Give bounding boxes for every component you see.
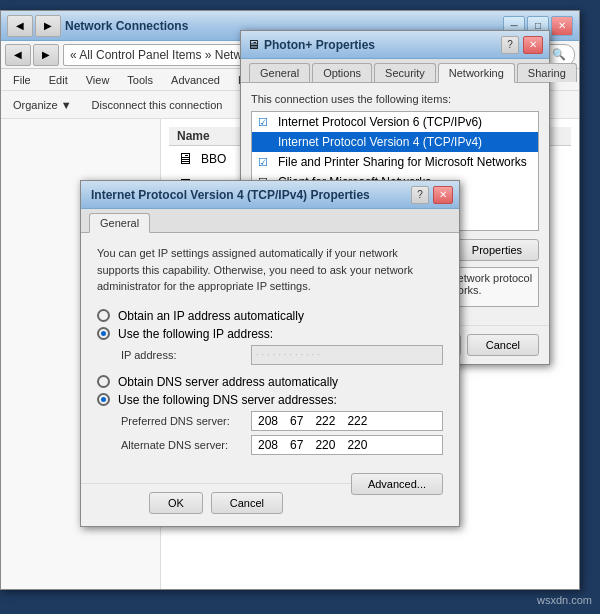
- dns-section: Obtain DNS server address automatically …: [97, 375, 443, 455]
- ipv4-ok-button[interactable]: OK: [149, 492, 203, 514]
- menu-edit[interactable]: Edit: [41, 72, 76, 88]
- preferred-dns-row: Preferred DNS server: 208 67 222 222: [121, 411, 443, 431]
- net-icon: 🖥: [177, 150, 193, 168]
- alternate-dns-2: 220: [315, 438, 335, 452]
- photon-cancel-button[interactable]: Cancel: [467, 334, 539, 356]
- ipv4-tab-bar: General: [81, 209, 459, 233]
- photon-close-button[interactable]: ✕: [523, 36, 543, 54]
- alternate-dns-input[interactable]: 208 67 220 220: [251, 435, 443, 455]
- alternate-dns-3: 220: [347, 438, 367, 452]
- menu-advanced[interactable]: Advanced: [163, 72, 228, 88]
- nav-back-button[interactable]: ◀: [5, 44, 31, 66]
- menu-view[interactable]: View: [78, 72, 118, 88]
- dns-auto-radio[interactable]: [97, 375, 110, 388]
- ipv4-close-button[interactable]: ✕: [433, 186, 453, 204]
- photon-props-icon: 🖥: [247, 37, 260, 52]
- ip-manual-row: Use the following IP address:: [97, 327, 443, 341]
- ipv4-title-bar: Internet Protocol Version 4 (TCP/IPv4) P…: [81, 181, 459, 209]
- checkbox-icon: ☑: [258, 156, 272, 169]
- close-button[interactable]: ✕: [551, 16, 573, 36]
- ipv4-help-button[interactable]: ?: [411, 186, 429, 204]
- ipv4-props-dialog: Internet Protocol Version 4 (TCP/IPv4) P…: [80, 180, 460, 527]
- dns-manual-label: Use the following DNS server addresses:: [118, 393, 337, 407]
- ip-manual-label: Use the following IP address:: [118, 327, 273, 341]
- photon-help-button[interactable]: ?: [501, 36, 519, 54]
- ipv4-title: Internet Protocol Version 4 (TCP/IPv4) P…: [91, 188, 411, 202]
- photon-tab-general[interactable]: General: [249, 63, 310, 82]
- ip-address-input[interactable]: · · · · · · · · · · · ·: [251, 345, 443, 365]
- nav-forward-button[interactable]: ▶: [33, 44, 59, 66]
- organize-button[interactable]: Organize ▼: [9, 97, 76, 113]
- photon-list-item[interactable]: ☑Internet Protocol Version 6 (TCP/IPv6): [252, 112, 538, 132]
- menu-tools[interactable]: Tools: [119, 72, 161, 88]
- dns-auto-label: Obtain DNS server address automatically: [118, 375, 338, 389]
- forward-button[interactable]: ▶: [35, 15, 61, 37]
- ip-auto-group: Obtain an IP address automatically Use t…: [97, 309, 443, 365]
- photon-props-title-bar: 🖥 Photon+ Properties ? ✕: [241, 31, 549, 59]
- photon-list-item[interactable]: ☑File and Printer Sharing for Microsoft …: [252, 152, 538, 172]
- ipv4-description: You can get IP settings assigned automat…: [97, 245, 443, 295]
- photon-tab-networking[interactable]: Networking: [438, 63, 515, 83]
- column-name: Name: [177, 129, 210, 143]
- preferred-dns-2: 222: [315, 414, 335, 428]
- ip-auto-row: Obtain an IP address automatically: [97, 309, 443, 323]
- checkbox-icon: ☑: [258, 116, 272, 129]
- preferred-dns-0: 208: [258, 414, 278, 428]
- photon-tab-options[interactable]: Options: [312, 63, 372, 82]
- preferred-dns-1: 67: [290, 414, 303, 428]
- disconnect-button[interactable]: Disconnect this connection: [88, 97, 227, 113]
- photon-tab-security[interactable]: Security: [374, 63, 436, 82]
- photon-tab-bar: GeneralOptionsSecurityNetworkingSharing: [241, 59, 549, 83]
- search-icon: 🔍: [552, 48, 566, 61]
- back-button[interactable]: ◀: [7, 15, 33, 37]
- photon-tab-sharing[interactable]: Sharing: [517, 63, 577, 82]
- watermark: wsxdn.com: [537, 594, 592, 606]
- alternate-dns-label: Alternate DNS server:: [121, 439, 251, 451]
- menu-file[interactable]: File: [5, 72, 39, 88]
- ip-address-row: IP address: · · · · · · · · · · · ·: [121, 345, 443, 365]
- preferred-dns-input[interactable]: 208 67 222 222: [251, 411, 443, 431]
- photon-list-item[interactable]: ☑Internet Protocol Version 4 (TCP/IPv4): [252, 132, 538, 152]
- alternate-dns-row: Alternate DNS server: 208 67 220 220: [121, 435, 443, 455]
- dns-auto-row: Obtain DNS server address automatically: [97, 375, 443, 389]
- ip-manual-radio[interactable]: [97, 327, 110, 340]
- ip-address-label: IP address:: [121, 349, 251, 361]
- dns-manual-row: Use the following DNS server addresses:: [97, 393, 443, 407]
- ip-auto-radio[interactable]: [97, 309, 110, 322]
- ipv4-content: You can get IP settings assigned automat…: [81, 233, 459, 475]
- ip-auto-label: Obtain an IP address automatically: [118, 309, 304, 323]
- checkbox-icon: ☑: [258, 136, 272, 149]
- photon-props-title: Photon+ Properties: [264, 38, 501, 52]
- tab-general[interactable]: General: [89, 213, 150, 233]
- dns-manual-radio[interactable]: [97, 393, 110, 406]
- preferred-dns-3: 222: [347, 414, 367, 428]
- advanced-button[interactable]: Advanced...: [351, 473, 443, 495]
- ipv4-cancel-button[interactable]: Cancel: [211, 492, 283, 514]
- photon-section-label: This connection uses the following items…: [251, 93, 539, 105]
- alternate-dns-1: 67: [290, 438, 303, 452]
- preferred-dns-label: Preferred DNS server:: [121, 415, 251, 427]
- alternate-dns-0: 208: [258, 438, 278, 452]
- ip-dots: · · · · · · · · · · · ·: [256, 349, 320, 360]
- ipv4-footer: OK Cancel: [81, 483, 351, 526]
- properties-button[interactable]: Properties: [455, 239, 539, 261]
